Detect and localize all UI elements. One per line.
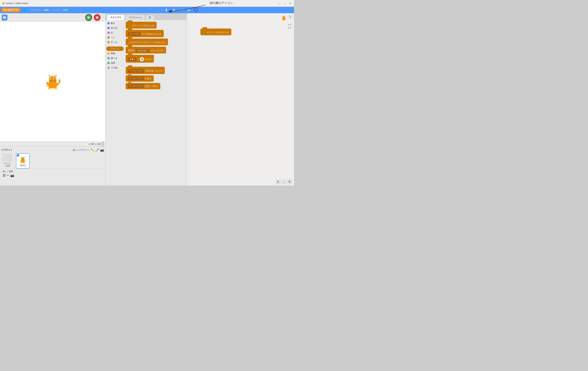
block-send-wait[interactable]: メッセージ1 ▾ を送って待つ [126,83,160,89]
script-editor[interactable]: ? x: 0 y [187,13,294,186]
edit-menu[interactable]: 編集▾ [42,8,52,12]
upload-icon[interactable]: ⬆ [172,8,177,12]
stage-canvas[interactable] [0,22,105,141]
new-bg-section: 新しい背景: 🖼 ✏ 📷 [1,168,104,179]
sprite1-thumbnail [19,155,27,164]
cat-more[interactable]: その他 [106,65,124,70]
svg-point-44 [20,162,22,163]
block-backdrop[interactable]: 背景が backdrop1 ▾ になったとき [126,47,166,53]
block-send-message[interactable]: メッセージ1 ▾ を送る [126,75,154,82]
svg-point-26 [54,88,57,89]
scripts-section: スクリプト コスチューム 音 動き 見た目 音 [105,13,187,186]
svg-point-30 [21,157,24,161]
zoom-controls: ≡ [276,179,292,184]
landscape-icon[interactable]: 🖼 [3,174,6,177]
info-badge[interactable]: i [17,154,19,157]
svg-line-60 [279,182,279,183]
zoom-in-button[interactable] [287,179,292,184]
sprite-list-label: スプライト [1,148,12,152]
svg-point-7 [49,76,56,83]
stop-button[interactable] [94,14,101,21]
sprite-panel: スプライト 新しいスプライト: ✏️ 🖌️ 📷 [0,146,105,186]
svg-line-63 [290,182,291,183]
tab-costume[interactable]: コスチューム [125,15,145,20]
script-canvas[interactable]: ? x: 0 y [187,13,294,186]
download-icon[interactable]: ⬇ [164,8,169,12]
menubar: SCRATCH 🌐 ファイル▾ 編集▾ ヒント 説明 ⬇ ⬆ ⛶ ⊠ ? [0,7,294,13]
svg-point-25 [48,88,51,89]
svg-marker-58 [203,31,205,34]
cat-sound[interactable]: 音 [106,31,124,35]
help-button[interactable]: ? [288,15,293,19]
help-menu[interactable]: 説明 [62,8,69,12]
green-flag-button[interactable] [85,14,92,21]
paint-bg-button[interactable]: ✏ [7,174,9,177]
titlebar: 🐱 Scratch 2 Offline Editor — □ ✕ [0,0,294,7]
paint-sprite-button[interactable]: ✏️ [91,148,94,152]
tabs-bar: スクリプト コスチューム 音 [106,13,187,20]
brush-sprite-button[interactable]: 🖌️ [95,148,99,152]
fullscreen-icon[interactable]: ⛶ [179,8,184,12]
svg-point-14 [51,79,52,80]
stage-version: v460 [2,19,6,21]
block-palette: がクリックされたとき スペース ▾ キーが押されたとき このスプライトがクリ [124,20,187,186]
file-menu[interactable]: ファイル▾ [29,8,42,12]
tab-script[interactable]: スクリプト [107,15,125,20]
close-button[interactable]: ✕ [289,2,292,5]
x-coord: x: 240 [89,143,94,145]
language-button[interactable]: 🌐 [22,8,28,12]
question-icon[interactable]: ? [194,8,198,12]
svg-point-55 [283,17,284,18]
y-coord: y: 180 [95,143,101,145]
stage-item[interactable]: ステージ １背景 [1,153,13,167]
svg-point-39 [23,159,23,160]
stage-section: v460 [0,13,105,186]
block-key-pressed[interactable]: スペース ▾ キーが押されたとき [126,30,164,37]
svg-rect-5 [96,16,98,19]
main-container: v460 [0,13,294,186]
cat-pen[interactable]: ペン [106,35,124,40]
stage-controls: v460 [0,13,105,22]
editor-placed-block[interactable]: がクリックされたとき [200,29,231,35]
cat-operators[interactable]: 演算 [106,61,124,65]
scratch-logo[interactable]: SCRATCH [1,8,20,12]
camera-sprite-button[interactable]: 📷 [100,148,104,152]
cat-icon [280,15,287,21]
block-volume[interactable]: 音量 ▾ > 10 のとき [126,55,154,63]
tab-sound[interactable]: 音 [146,15,154,20]
camera-bg-button[interactable]: 📷 [10,174,14,177]
svg-marker-46 [129,24,131,27]
new-bg-label: 新しい背景: [3,170,103,173]
svg-marker-4 [88,16,90,19]
svg-point-38 [23,158,24,159]
hint-menu[interactable]: ヒント [52,8,62,12]
svg-point-37 [22,158,22,159]
block-receive-message[interactable]: メッセージ1 ▾ を受け取ったとき [126,67,165,74]
maximize-button[interactable]: □ [283,2,286,5]
sprite1-label: Sprite1 [20,164,26,166]
categories: 動き 見た目 音 ペン データ [106,20,124,186]
minimize-button[interactable]: — [278,2,281,5]
svg-point-15 [54,79,55,80]
app-icon: 🐱 [2,2,5,5]
block-sprite-clicked[interactable]: このスプライトがクリックされたとき [126,39,168,45]
block-green-flag[interactable]: がクリックされたとき [126,22,157,29]
cat-events[interactable]: イベント [106,47,124,51]
y-display: y: 0 [288,26,291,29]
svg-rect-3 [3,16,6,18]
new-sprite-label: 新しいスプライト: [73,149,90,152]
zoom-out-button[interactable] [276,179,280,184]
cat-looks[interactable]: 見た目 [106,26,124,30]
cat-data[interactable]: データ [106,40,124,44]
cat-sensing[interactable]: 調べる [106,56,124,61]
svg-point-16 [52,79,52,80]
smallscreen-icon[interactable]: ⊠ [187,8,191,12]
cat-motion[interactable]: 動き [106,21,124,25]
sprite-items: ステージ １背景 i [1,153,104,168]
zoom-reset-button[interactable]: ≡ [282,179,286,184]
stage-scroll[interactable] [102,142,104,147]
sprite1-item[interactable]: i [16,153,30,168]
svg-point-17 [54,79,54,80]
cat-control[interactable]: 制御 [106,51,124,56]
svg-point-45 [23,162,25,163]
